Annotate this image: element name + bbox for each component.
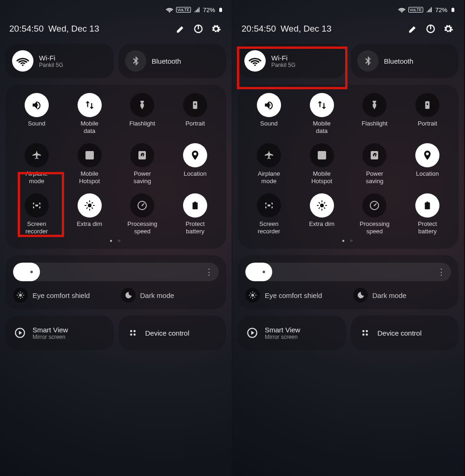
clock-time: 20:54:50 [9,24,44,34]
wifi-icon [12,50,33,72]
brightness-slider[interactable]: ⋮ [245,263,451,281]
sun-icon [260,268,268,276]
tile-hotspot[interactable]: Mobile Hotspot [295,143,348,185]
device-control-icon [358,326,372,340]
protect-battery-icon [415,193,439,218]
power-saving-icon [362,143,386,167]
tile-sound[interactable]: Sound [10,93,63,135]
airplane-icon [257,143,281,167]
device-control-card[interactable]: Device control [351,316,459,350]
qs-header: 20:54:50 Wed, Dec 13 [6,16,226,44]
signal-icon [426,7,432,13]
mobile-data-icon [310,93,334,117]
tile-hotspot[interactable]: Mobile Hotspot [63,143,116,185]
tile-protect-battery[interactable]: Protect battery [401,193,454,235]
location-icon [183,143,207,167]
tile-mobile-data[interactable]: Mobile data [295,93,348,135]
bluetooth-tile[interactable]: Bluetooth [351,44,459,78]
tile-screen-recorder[interactable]: Screen recorder [10,193,63,235]
bluetooth-tile[interactable]: Bluetooth [118,44,227,78]
tile-portrait[interactable]: Portrait [169,93,222,135]
power-icon[interactable] [424,22,437,35]
battery-percent: 72% [435,7,447,13]
extra-dim-icon [78,193,102,218]
tile-processing-speed[interactable]: Processing speed [348,193,401,235]
smart-view-card[interactable]: Smart View Mirror screen [6,316,114,350]
page-indicator: ● ○ [10,238,222,243]
wifi-icon [244,50,266,72]
tile-airplane[interactable]: Airplane mode [10,143,63,185]
tile-extra-dim[interactable]: Extra dim [63,193,116,235]
edit-icon[interactable] [406,22,419,35]
dark-mode-toggle[interactable]: Dark mode [121,288,219,303]
device-control-icon [126,326,140,340]
eye-comfort-toggle[interactable]: Eye comfort shield [245,288,344,303]
sound-icon [25,93,49,117]
bluetooth-icon [357,50,379,72]
settings-icon[interactable] [442,22,455,35]
wifi-status-icon [398,6,406,13]
wifi-sub: Pankil 5G [39,62,63,68]
tile-airplane[interactable]: Airplane mode [242,143,295,185]
battery-icon [218,6,223,13]
tile-flashlight[interactable]: Flashlight [116,93,169,135]
bluetooth-icon [125,50,146,72]
wifi-tile[interactable]: Wi-Fi Pankil 5G [6,44,114,78]
tile-screen-recorder[interactable]: Screen recorder [242,193,295,235]
processing-speed-icon [362,193,386,218]
brightness-slider[interactable]: ⋮ [13,263,219,281]
tile-power-saving[interactable]: Power saving [348,143,401,185]
tile-power-saving[interactable]: Power saving [116,143,169,185]
dark-mode-toggle[interactable]: Dark mode [353,288,452,303]
slider-more-icon[interactable]: ⋮ [437,267,445,277]
wifi-tile[interactable]: Wi-Fi Pankil 5G [238,44,346,78]
location-icon [415,143,439,167]
bluetooth-title: Bluetooth [384,57,413,65]
tile-protect-battery[interactable]: Protect battery [169,193,222,235]
portrait-icon [183,93,207,117]
wifi-status-icon [166,6,173,13]
tile-mobile-data[interactable]: Mobile data [63,93,116,135]
tile-processing-speed[interactable]: Processing speed [116,193,169,235]
sun-icon [28,268,35,276]
power-saving-icon [130,143,154,167]
signal-icon [194,7,200,13]
tile-extra-dim[interactable]: Extra dim [295,193,348,235]
smart-view-icon [13,326,27,340]
qs-header: 20:54:50 Wed, Dec 13 [238,16,458,44]
wifi-sub: Pankil 5G [271,62,295,68]
device-control-card[interactable]: Device control [118,316,227,350]
tile-location[interactable]: Location [401,143,454,185]
clock-time: 20:54:50 [242,24,276,34]
bluetooth-title: Bluetooth [152,57,181,65]
tile-portrait[interactable]: Portrait [401,93,454,135]
airplane-icon [25,143,49,167]
page-indicator: ● ○ [242,238,454,243]
status-bar: VoLTE 72% [6,4,226,16]
power-icon[interactable] [192,22,205,35]
edit-icon[interactable] [174,22,187,35]
clock-date: Wed, Dec 13 [48,24,99,34]
smart-view-card[interactable]: Smart ViewMirror screen [238,316,346,350]
extra-dim-icon [310,193,334,218]
tile-sound[interactable]: Sound [242,93,295,135]
volte-indicator: VoLTE [408,7,423,13]
volte-indicator: VoLTE [176,7,191,13]
wifi-title: Wi-Fi [39,54,63,62]
battery-percent: 72% [203,7,215,13]
smart-view-icon [245,326,259,340]
eye-comfort-toggle[interactable]: Eye comfort shield [13,288,111,303]
slider-more-icon[interactable]: ⋮ [205,267,212,277]
wifi-title: Wi-Fi [271,54,295,62]
settings-icon[interactable] [210,22,223,35]
screen-recorder-icon [25,193,49,218]
portrait-icon [415,93,439,117]
tile-location[interactable]: Location [169,143,222,185]
clock-date: Wed, Dec 13 [281,24,331,34]
tile-flashlight[interactable]: Flashlight [348,93,401,135]
mobile-data-icon [78,93,102,117]
status-bar: VoLTE 72% [238,4,458,16]
eye-comfort-icon [13,288,28,303]
battery-icon [450,6,456,13]
screen-recorder-icon [257,193,281,218]
